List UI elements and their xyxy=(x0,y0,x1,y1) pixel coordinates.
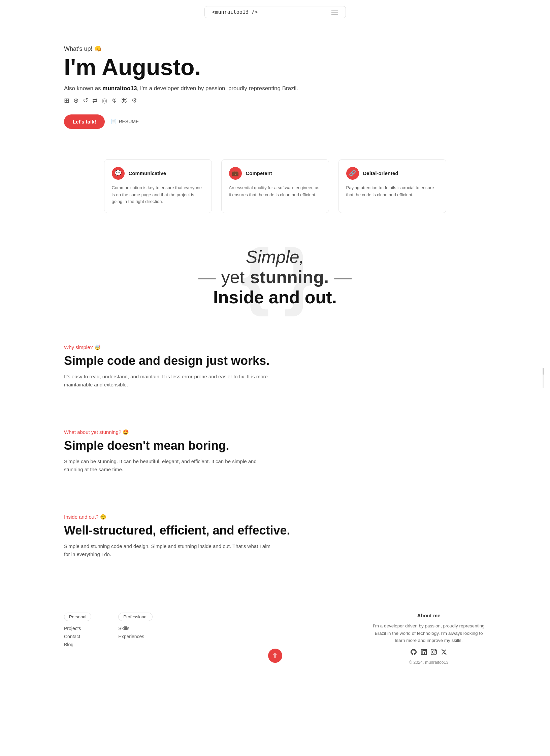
inside-out-section: Inside and out? 😌 Well-structured, effic… xyxy=(0,494,550,579)
why-simple-section: Why simple? 🤯 Simple code and design jus… xyxy=(0,324,550,409)
tagline-dash-right: — xyxy=(334,267,352,287)
scroll-indicator-thumb xyxy=(543,368,544,375)
nav-inner: <munraitoo13 /> xyxy=(204,6,346,18)
quality-header-0: 💬 Communicative xyxy=(112,167,204,180)
footer-link-skills[interactable]: Skills xyxy=(118,626,153,631)
why-simple-body: It's easy to read, understand, and maint… xyxy=(64,373,273,389)
icon-7[interactable]: ⌘ xyxy=(121,97,127,104)
why-simple-tag: Why simple? 🤯 xyxy=(64,344,486,350)
quality-header-1: 💼 Competent xyxy=(229,167,321,180)
footer-copy: © 2024, munraitoo13 xyxy=(371,660,486,665)
footer-wrapper: Personal Projects Contact Blog Professio… xyxy=(0,599,550,675)
footer-social-icons xyxy=(371,649,486,657)
professional-tag: Professional xyxy=(118,613,153,621)
quality-card-0: 💬 Communicative Communication is key to … xyxy=(104,159,212,213)
footer-left: Personal Projects Contact Blog Professio… xyxy=(64,613,153,650)
tagline-yet: yet xyxy=(221,267,245,287)
subtitle-suffix: , I'm a developer driven by passion, pro… xyxy=(137,85,298,92)
tagline-section: { } Simple, — yet stunning. — Inside and… xyxy=(0,227,550,324)
hero-title: I'm Augusto. xyxy=(64,55,550,80)
tagline-dash-left: — xyxy=(198,267,216,287)
quality-desc-2: Paying attention to details is crucial t… xyxy=(346,184,439,199)
icon-1[interactable]: ⊞ xyxy=(64,97,69,104)
footer-about-text: I'm a developer driven by passion, proud… xyxy=(371,622,486,644)
inside-out-tag: Inside and out? 😌 xyxy=(64,514,486,520)
qualities-section: 💬 Communicative Communication is key to … xyxy=(0,139,550,227)
yet-stunning-tag: What about yet stunning? 🤩 xyxy=(64,429,486,435)
subtitle-bold: munraitoo13 xyxy=(102,85,137,92)
subtitle-prefix: Also known as xyxy=(64,85,102,92)
footer-professional-col: Professional Skills Experiences xyxy=(118,613,153,650)
yet-stunning-heading: Simple doesn't mean boring. xyxy=(64,439,486,453)
footer-link-experiences[interactable]: Experiences xyxy=(118,634,153,639)
inside-out-body: Simple and stunning code and design. Sim… xyxy=(64,542,273,558)
resume-button[interactable]: 📄 RESUME xyxy=(111,119,139,124)
why-simple-heading: Simple code and design just works. xyxy=(64,354,486,368)
icon-4[interactable]: ⇄ xyxy=(92,97,98,104)
hero-buttons: Let's talk! 📄 RESUME xyxy=(64,114,550,129)
quality-title-1: Competent xyxy=(246,170,272,176)
inside-out-heading: Well-structured, efficient, and effectiv… xyxy=(64,523,486,538)
icon-6[interactable]: ↯ xyxy=(111,97,117,104)
quality-desc-0: Communication is key to ensure that ever… xyxy=(112,184,204,205)
footer-link-blog[interactable]: Blog xyxy=(64,642,91,647)
footer: Personal Projects Contact Blog Professio… xyxy=(0,599,550,675)
hamburger-menu[interactable] xyxy=(331,10,338,14)
footer-about-col: About me I'm a developer driven by passi… xyxy=(371,613,486,665)
footer-about-title: About me xyxy=(371,613,486,618)
scroll-to-top-button[interactable]: ⇧ xyxy=(268,649,282,663)
hero-sup: What's up! 👊 xyxy=(64,45,550,53)
quality-title-0: Communicative xyxy=(129,170,166,176)
icon-3[interactable]: ↺ xyxy=(83,97,88,104)
tagline-line3: Inside and out. xyxy=(0,287,550,307)
twitter-icon[interactable] xyxy=(441,649,447,657)
scroll-indicator xyxy=(543,368,544,388)
quality-icon-0: 💬 xyxy=(112,167,125,180)
yet-stunning-body: Simple can be stunning. It can be beauti… xyxy=(64,457,273,474)
quality-header-2: 🔗 Deital-oriented xyxy=(346,167,439,180)
quality-desc-1: An essential quality for a software engi… xyxy=(229,184,321,199)
resume-icon: 📄 xyxy=(111,119,117,124)
yet-stunning-section: What about yet stunning? 🤩 Simple doesn'… xyxy=(0,409,550,494)
hero-subtitle: Also known as munraitoo13, I'm a develop… xyxy=(64,85,550,92)
lets-talk-button[interactable]: Let's talk! xyxy=(64,114,105,129)
chevron-up-icon: ⇧ xyxy=(272,652,278,660)
nav-brand[interactable]: <munraitoo13 /> xyxy=(212,9,258,15)
navbar: <munraitoo13 /> xyxy=(0,0,550,22)
tagline-text: Simple, — yet stunning. — Inside and out… xyxy=(0,247,550,307)
quality-card-2: 🔗 Deital-oriented Paying attention to de… xyxy=(338,159,446,213)
icon-5[interactable]: ◎ xyxy=(102,97,107,104)
icon-2[interactable]: ⊕ xyxy=(73,97,79,104)
icon-8[interactable]: ⚙ xyxy=(131,97,137,104)
footer-link-contact[interactable]: Contact xyxy=(64,634,91,639)
tagline-line1: Simple, xyxy=(0,247,550,267)
instagram-icon[interactable] xyxy=(431,649,437,657)
quality-card-1: 💼 Competent An essential quality for a s… xyxy=(221,159,329,213)
tagline-stunning: stunning. xyxy=(250,267,329,287)
quality-title-2: Deital-oriented xyxy=(363,170,398,176)
footer-link-projects[interactable]: Projects xyxy=(64,626,91,631)
quality-icon-2: 🔗 xyxy=(346,167,359,180)
hero-icons-row: ⊞ ⊕ ↺ ⇄ ◎ ↯ ⌘ ⚙ xyxy=(64,97,550,104)
hero-section: What's up! 👊 I'm Augusto. Also known as … xyxy=(0,22,550,139)
quality-icon-1: 💼 xyxy=(229,167,242,180)
linkedin-icon[interactable] xyxy=(421,649,427,657)
footer-personal-col: Personal Projects Contact Blog xyxy=(64,613,91,650)
github-icon[interactable] xyxy=(411,649,417,657)
tagline-line2: — yet stunning. — xyxy=(0,267,550,287)
personal-tag: Personal xyxy=(64,613,91,621)
